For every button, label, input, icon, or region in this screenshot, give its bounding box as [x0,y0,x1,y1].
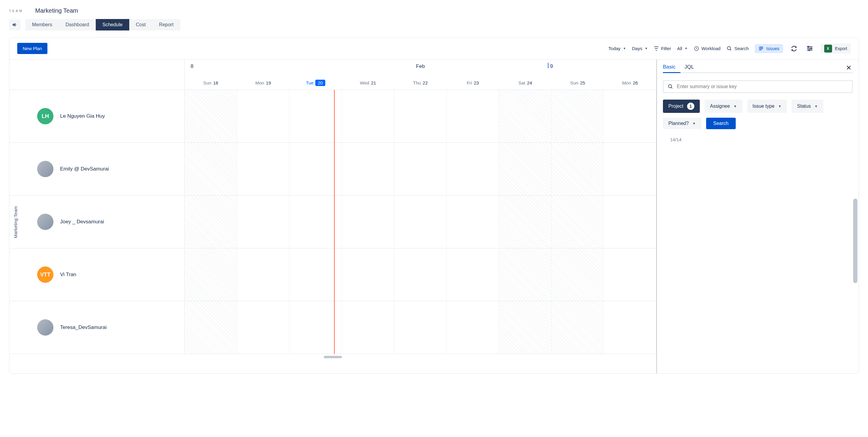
svg-rect-4 [759,49,762,50]
export-button[interactable]: X Export [820,43,851,54]
tab-cost[interactable]: Cost [129,19,153,31]
team-vertical-label: Marketing Team [13,206,18,238]
svg-rect-2 [759,47,763,47]
svg-point-6 [810,48,811,49]
filter-planned[interactable]: Planned?▼ [663,118,701,129]
day-header: Thu22 [394,75,447,90]
chevron-down-icon: ▼ [778,104,781,108]
day-header: Mon26 [604,75,657,90]
filter-issuetype[interactable]: Issue type▼ [747,100,787,113]
chevron-down-icon: ▼ [692,122,696,125]
tab-members[interactable]: Members [25,19,59,31]
week-number-row: 8 Feb 9 [185,60,656,75]
panel-tab-basic[interactable]: Basic [663,64,676,70]
drag-handle[interactable] [324,356,342,358]
svg-point-7 [808,49,810,51]
tab-schedule[interactable]: Schedule [96,19,129,31]
day-header: Fri23 [447,75,499,90]
sync-icon [791,45,797,52]
tab-dashboard[interactable]: Dashboard [59,19,96,31]
day-header: Sat24 [499,75,552,90]
member-name: Teresa_DevSamurai [60,325,106,331]
day-header: Sun25 [552,75,604,90]
svg-rect-3 [759,48,763,48]
avatar: LH [37,108,54,124]
sync-button[interactable] [789,44,799,54]
member-name: Joey _ Devsamurai [60,219,104,225]
member-row: Emily @ DevSamurai [9,143,656,196]
avatar [37,319,54,336]
today-button[interactable]: Today▼ [609,46,626,51]
filter-icon [654,46,659,51]
chevron-down-icon: ▼ [734,104,737,108]
team-label: TEAM [9,9,23,13]
avatar: VTT [37,267,54,283]
member-row: VTTVi Tran [9,248,656,301]
filter-assignee[interactable]: Assignee▼ [705,100,742,113]
panel-search-input[interactable] [677,84,848,89]
member-name: Emily @ DevSamurai [60,166,109,172]
result-count: 14/14 [670,137,852,142]
svg-point-8 [669,85,672,88]
member-row: Teresa_DevSamurai [9,301,656,354]
day-header: Tue20 [289,75,342,90]
chevron-down-icon: ▼ [623,47,626,50]
search-icon [668,84,673,89]
chevron-down-icon: ▼ [685,47,688,50]
panel-search[interactable] [663,80,852,93]
issues-icon [758,46,764,51]
search-icon [727,46,732,51]
filter-status[interactable]: Status▼ [792,100,823,113]
panel-search-button[interactable]: Search [706,118,736,129]
filter-all-select[interactable]: All▼ [677,46,688,51]
panel-tab-jql[interactable]: JQL [685,64,694,70]
member-row: Joey _ Devsamurai [9,196,656,248]
arrow-left-icon [12,22,18,28]
member-name: Le Nguyen Gia Huy [60,113,105,119]
day-header: Wed21 [342,75,395,90]
timeunit-select[interactable]: Days▼ [632,46,648,51]
chevron-down-icon: ▼ [645,47,648,50]
issues-button[interactable]: Issues [755,44,783,53]
week-divider [548,63,549,68]
clock-icon [694,46,699,51]
svg-point-5 [808,46,809,47]
today-line [334,90,335,354]
workload-button[interactable]: Workload [694,46,721,51]
chevron-down-icon: ▼ [814,104,818,108]
excel-icon: X [824,45,832,53]
svg-point-1 [727,46,731,50]
filter-button[interactable]: Filter [654,46,671,51]
filter-project[interactable]: Project1 [663,100,700,113]
back-button[interactable] [9,19,21,30]
member-name: Vi Tran [60,272,76,278]
team-name: Marketing Team [35,7,78,14]
avatar [37,161,54,177]
scrollbar-thumb[interactable] [853,199,858,283]
member-row: LHLe Nguyen Gia Huy [9,90,656,143]
day-header: Sun18 [185,75,237,90]
day-header: Mon19 [237,75,290,90]
settings-button[interactable] [805,44,814,54]
search-button[interactable]: Search [727,46,749,51]
tab-report[interactable]: Report [153,19,180,31]
avatar [37,214,54,230]
new-plan-button[interactable]: New Plan [17,43,48,54]
